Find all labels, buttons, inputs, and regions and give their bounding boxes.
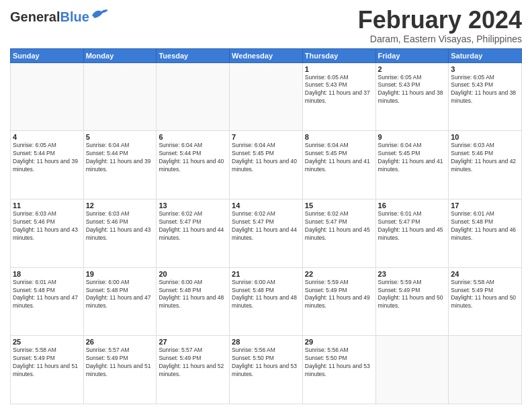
day-number: 17: [451, 201, 519, 210]
calendar-week-row: 11Sunrise: 6:03 AMSunset: 5:46 PMDayligh…: [11, 199, 522, 267]
table-row: 17Sunrise: 6:01 AMSunset: 5:48 PMDayligh…: [449, 199, 522, 267]
day-info: Sunrise: 6:01 AMSunset: 5:48 PMDaylight:…: [13, 279, 81, 311]
table-row: 9Sunrise: 6:04 AMSunset: 5:45 PMDaylight…: [375, 131, 449, 199]
table-row: 29Sunrise: 5:56 AMSunset: 5:50 PMDayligh…: [302, 336, 375, 404]
table-row: [449, 336, 522, 404]
day-number: 10: [451, 133, 519, 141]
table-row: 7Sunrise: 6:04 AMSunset: 5:45 PMDaylight…: [230, 131, 303, 199]
month-title: February 2024: [358, 7, 522, 34]
day-number: 8: [305, 133, 373, 141]
day-number: 5: [86, 133, 154, 141]
table-row: 2Sunrise: 6:05 AMSunset: 5:43 PMDaylight…: [375, 62, 449, 131]
calendar-table: Sunday Monday Tuesday Wednesday Thursday…: [10, 48, 522, 404]
calendar-week-row: 1Sunrise: 6:05 AMSunset: 5:43 PMDaylight…: [11, 62, 522, 131]
table-row: 8Sunrise: 6:04 AMSunset: 5:45 PMDaylight…: [302, 131, 375, 199]
day-number: 21: [232, 270, 300, 278]
table-row: [11, 62, 84, 131]
table-row: [83, 62, 157, 131]
day-info: Sunrise: 5:59 AMSunset: 5:49 PMDaylight:…: [305, 279, 373, 311]
day-info: Sunrise: 6:05 AMSunset: 5:43 PMDaylight:…: [305, 74, 373, 106]
table-row: [230, 62, 303, 131]
day-info: Sunrise: 6:02 AMSunset: 5:47 PMDaylight:…: [232, 210, 300, 242]
header-sunday: Sunday: [11, 48, 84, 62]
day-info: Sunrise: 6:04 AMSunset: 5:44 PMDaylight:…: [86, 142, 154, 174]
table-row: 15Sunrise: 6:02 AMSunset: 5:47 PMDayligh…: [302, 199, 375, 267]
day-number: 25: [13, 338, 81, 346]
table-row: 26Sunrise: 5:57 AMSunset: 5:49 PMDayligh…: [83, 336, 157, 404]
day-number: 1: [305, 65, 373, 73]
day-number: 29: [305, 338, 373, 346]
table-row: 23Sunrise: 5:59 AMSunset: 5:49 PMDayligh…: [375, 267, 449, 336]
table-row: 4Sunrise: 6:05 AMSunset: 5:44 PMDaylight…: [11, 131, 84, 199]
day-info: Sunrise: 6:05 AMSunset: 5:43 PMDaylight:…: [378, 74, 447, 106]
header-thursday: Thursday: [302, 48, 375, 62]
day-info: Sunrise: 5:59 AMSunset: 5:49 PMDaylight:…: [378, 279, 447, 311]
day-number: 6: [159, 133, 227, 141]
table-row: [157, 62, 230, 131]
day-info: Sunrise: 6:05 AMSunset: 5:44 PMDaylight:…: [13, 142, 81, 174]
table-row: 5Sunrise: 6:04 AMSunset: 5:44 PMDaylight…: [83, 131, 157, 199]
day-number: 2: [378, 65, 447, 73]
day-info: Sunrise: 5:57 AMSunset: 5:49 PMDaylight:…: [86, 347, 154, 379]
header: GeneralBlue February 2024 Daram, Eastern…: [10, 7, 522, 44]
header-friday: Friday: [375, 48, 449, 62]
day-number: 14: [232, 201, 300, 210]
day-number: 28: [232, 338, 300, 346]
day-number: 24: [451, 270, 519, 278]
day-number: 18: [13, 270, 81, 278]
day-info: Sunrise: 6:00 AMSunset: 5:48 PMDaylight:…: [232, 279, 300, 311]
day-info: Sunrise: 5:56 AMSunset: 5:50 PMDaylight:…: [305, 347, 373, 379]
calendar-header-row: Sunday Monday Tuesday Wednesday Thursday…: [11, 48, 522, 62]
day-info: Sunrise: 6:04 AMSunset: 5:45 PMDaylight:…: [378, 142, 447, 174]
calendar-week-row: 25Sunrise: 5:58 AMSunset: 5:49 PMDayligh…: [11, 336, 522, 404]
day-info: Sunrise: 6:00 AMSunset: 5:48 PMDaylight:…: [86, 279, 154, 311]
table-row: 3Sunrise: 6:05 AMSunset: 5:43 PMDaylight…: [449, 62, 522, 131]
day-info: Sunrise: 6:04 AMSunset: 5:45 PMDaylight:…: [305, 142, 373, 174]
day-info: Sunrise: 5:58 AMSunset: 5:49 PMDaylight:…: [451, 279, 519, 311]
day-info: Sunrise: 5:57 AMSunset: 5:49 PMDaylight:…: [159, 347, 227, 379]
day-number: 27: [159, 338, 227, 346]
day-info: Sunrise: 6:04 AMSunset: 5:44 PMDaylight:…: [159, 142, 227, 174]
day-info: Sunrise: 6:02 AMSunset: 5:47 PMDaylight:…: [159, 210, 227, 242]
day-info: Sunrise: 6:00 AMSunset: 5:48 PMDaylight:…: [159, 279, 227, 311]
day-info: Sunrise: 5:58 AMSunset: 5:49 PMDaylight:…: [13, 347, 81, 379]
table-row: 11Sunrise: 6:03 AMSunset: 5:46 PMDayligh…: [11, 199, 84, 267]
day-number: 11: [13, 201, 81, 210]
day-number: 15: [305, 201, 373, 210]
header-saturday: Saturday: [449, 48, 522, 62]
day-info: Sunrise: 6:04 AMSunset: 5:45 PMDaylight:…: [232, 142, 300, 174]
day-info: Sunrise: 5:56 AMSunset: 5:50 PMDaylight:…: [232, 347, 300, 379]
table-row: 12Sunrise: 6:03 AMSunset: 5:46 PMDayligh…: [83, 199, 157, 267]
day-info: Sunrise: 6:01 AMSunset: 5:47 PMDaylight:…: [378, 210, 447, 242]
table-row: 1Sunrise: 6:05 AMSunset: 5:43 PMDaylight…: [302, 62, 375, 131]
day-number: 7: [232, 133, 300, 141]
day-number: 13: [159, 201, 227, 210]
table-row: 20Sunrise: 6:00 AMSunset: 5:48 PMDayligh…: [157, 267, 230, 336]
title-area: February 2024 Daram, Eastern Visayas, Ph…: [358, 7, 522, 44]
table-row: 22Sunrise: 5:59 AMSunset: 5:49 PMDayligh…: [302, 267, 375, 336]
day-info: Sunrise: 6:01 AMSunset: 5:48 PMDaylight:…: [451, 210, 519, 242]
logo-text: GeneralBlue: [10, 9, 89, 25]
calendar-week-row: 18Sunrise: 6:01 AMSunset: 5:48 PMDayligh…: [11, 267, 522, 336]
table-row: 28Sunrise: 5:56 AMSunset: 5:50 PMDayligh…: [230, 336, 303, 404]
day-number: 26: [86, 338, 154, 346]
day-info: Sunrise: 6:02 AMSunset: 5:47 PMDaylight:…: [305, 210, 373, 242]
day-number: 19: [86, 270, 154, 278]
table-row: 27Sunrise: 5:57 AMSunset: 5:49 PMDayligh…: [157, 336, 230, 404]
day-info: Sunrise: 6:03 AMSunset: 5:46 PMDaylight:…: [86, 210, 154, 242]
day-number: 22: [305, 270, 373, 278]
table-row: 24Sunrise: 5:58 AMSunset: 5:49 PMDayligh…: [449, 267, 522, 336]
day-number: 12: [86, 201, 154, 210]
table-row: 14Sunrise: 6:02 AMSunset: 5:47 PMDayligh…: [230, 199, 303, 267]
header-monday: Monday: [83, 48, 157, 62]
table-row: 10Sunrise: 6:03 AMSunset: 5:46 PMDayligh…: [449, 131, 522, 199]
day-info: Sunrise: 6:03 AMSunset: 5:46 PMDaylight:…: [451, 142, 519, 174]
day-info: Sunrise: 6:05 AMSunset: 5:43 PMDaylight:…: [451, 74, 519, 106]
table-row: 13Sunrise: 6:02 AMSunset: 5:47 PMDayligh…: [157, 199, 230, 267]
day-number: 20: [159, 270, 227, 278]
table-row: [375, 336, 449, 404]
table-row: 16Sunrise: 6:01 AMSunset: 5:47 PMDayligh…: [375, 199, 449, 267]
logo: GeneralBlue: [10, 9, 108, 25]
day-number: 9: [378, 133, 447, 141]
calendar-week-row: 4Sunrise: 6:05 AMSunset: 5:44 PMDaylight…: [11, 131, 522, 199]
